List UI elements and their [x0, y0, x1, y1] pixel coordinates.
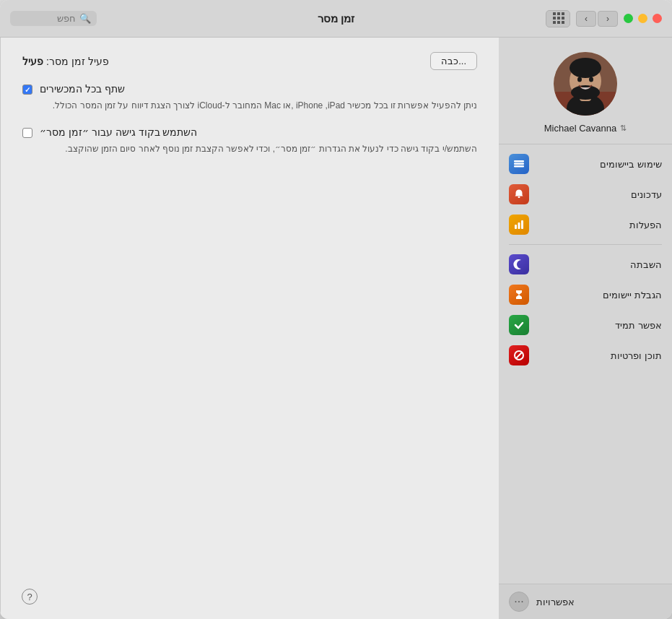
svg-rect-15: [521, 220, 523, 229]
user-switcher[interactable]: ⇅ Michael Cavanna: [544, 123, 627, 134]
sidebar-item-app-limits[interactable]: הגבלת יישומים: [499, 280, 672, 310]
svg-point-5: [570, 58, 601, 78]
maximize-button[interactable]: [624, 14, 633, 23]
moon-icon: [509, 254, 529, 274]
content-area: ⇅ Michael Cavanna שימוש ביישומים: [0, 38, 672, 619]
sidebar-divider-1: [509, 244, 662, 245]
window-controls: [624, 14, 662, 23]
search-input[interactable]: [18, 13, 76, 24]
sidebar-menu: שימוש ביישומים עדכונים: [499, 144, 672, 584]
block-icon: [509, 345, 529, 365]
option2-label: השתמש בקוד גישה עבור ״זמן מסר״: [40, 126, 197, 138]
question-mark-icon: ?: [27, 592, 32, 602]
avatar: [554, 52, 617, 116]
nav-back-button[interactable]: ‹: [598, 11, 618, 27]
svg-point-8: [589, 77, 593, 82]
option2-checkbox[interactable]: [22, 128, 32, 138]
option1-label: שתף בכל המכשירים: [40, 83, 125, 95]
sidebar-item-label: שימוש ביישומים: [536, 159, 662, 170]
close-button[interactable]: [653, 14, 662, 23]
svg-rect-9: [514, 160, 524, 163]
option1-description: ניתן להפעיל אפשרות זו בכל מכשיר iPhone ,…: [22, 99, 477, 112]
sidebar-item-label: הפעלות: [536, 220, 662, 230]
titlebar: ‹ › זמן מסר 🔍: [0, 0, 672, 38]
grid-view-button[interactable]: [546, 10, 570, 27]
help-button[interactable]: ?: [22, 589, 38, 605]
status-text: פעיל זמן מסר: פעיל: [22, 56, 109, 67]
svg-rect-10: [514, 163, 524, 165]
status-row: פעיל זמן מסר: פעיל ...כבה: [22, 52, 477, 70]
titlebar-right-section: ‹ ›: [546, 10, 662, 27]
svg-rect-11: [514, 165, 524, 168]
option2-row: השתמש בקוד גישה עבור ״זמן מסר״: [22, 126, 477, 138]
svg-line-17: [516, 352, 523, 359]
check-icon: [509, 315, 529, 335]
turn-off-button[interactable]: ...כבה: [430, 52, 477, 70]
bell-icon: [509, 184, 529, 204]
sidebar: ⇅ Michael Cavanna שימוש ביישומים: [499, 38, 672, 619]
activity-icon: [509, 215, 529, 235]
sidebar-item-always-allowed[interactable]: אפשר תמיד: [499, 310, 672, 340]
search-box[interactable]: 🔍: [10, 11, 97, 26]
sidebar-item-label: אפשר תמיד: [536, 320, 662, 331]
sidebar-item-label: עדכונים: [536, 189, 662, 200]
sidebar-footer: אפשרויות ···: [499, 584, 672, 619]
sidebar-item-label: הגבלת יישומים: [536, 290, 662, 300]
option2-description: השתמש/י בקוד גישה כדי לנעול את הגדרות ״ז…: [22, 142, 477, 155]
grid-icon: [552, 12, 564, 25]
main-wrapper: פעיל זמן מסר: פעיל ...כבה שתף בכל המכשיר…: [0, 38, 499, 619]
search-icon: 🔍: [79, 13, 91, 24]
sidebar-item-notifications[interactable]: עדכונים: [499, 179, 672, 209]
option1-row: שתף בכל המכשירים: [22, 83, 477, 95]
svg-rect-12: [518, 196, 520, 198]
sidebar-item-actions[interactable]: הפעלות: [499, 209, 672, 240]
option1-checkbox[interactable]: [22, 85, 32, 95]
sidebar-item-content-privacy[interactable]: תוכן ופרטיות: [499, 340, 672, 371]
status-value: פעיל: [22, 56, 43, 67]
window-title: זמן מסר: [318, 12, 354, 25]
sidebar-item-app-usage[interactable]: שימוש ביישומים: [499, 149, 672, 179]
minimize-button[interactable]: [638, 14, 647, 23]
user-name: Michael Cavanna: [544, 123, 616, 134]
chevron-up-down-icon: ⇅: [620, 124, 627, 133]
nav-buttons: ‹ ›: [576, 11, 618, 27]
main-panel: פעיל זמן מסר: פעיל ...כבה שתף בכל המכשיר…: [0, 38, 499, 619]
app-window: ‹ › זמן מסר 🔍: [0, 0, 672, 619]
sidebar-item-label: השבתה: [536, 259, 662, 270]
sidebar-item-downtime[interactable]: השבתה: [499, 249, 672, 280]
more-icon: ···: [514, 595, 523, 608]
svg-point-7: [577, 77, 582, 82]
svg-rect-14: [518, 222, 520, 229]
more-options-button[interactable]: ···: [509, 592, 529, 612]
hourglass-icon: [509, 285, 529, 305]
layers-icon: [509, 154, 529, 174]
profile-section: ⇅ Michael Cavanna: [499, 38, 672, 144]
sidebar-item-label: תוכן ופרטיות: [536, 350, 662, 361]
svg-rect-13: [515, 225, 517, 229]
footer-label: אפשרויות: [536, 597, 575, 607]
nav-forward-button[interactable]: ›: [576, 11, 596, 27]
